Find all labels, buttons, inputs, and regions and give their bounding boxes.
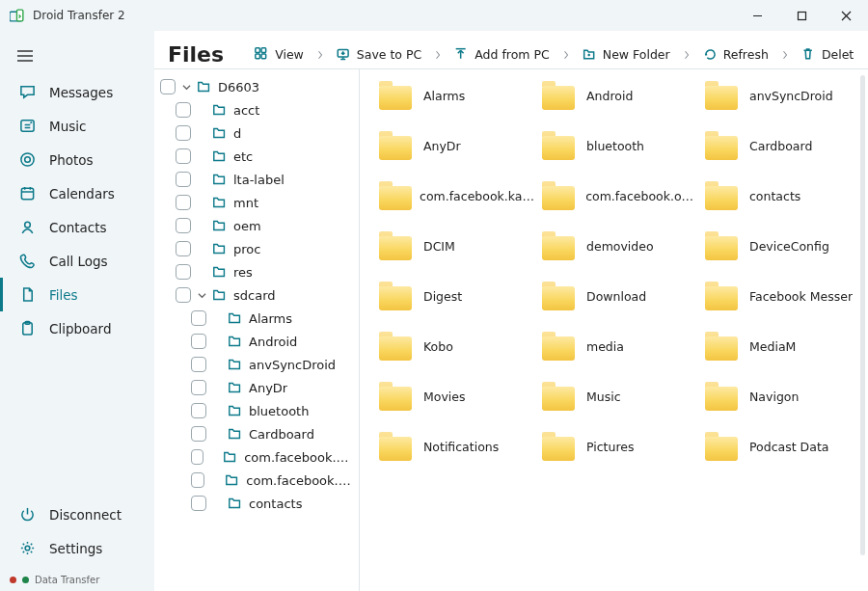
menu-toggle-button[interactable] — [0, 40, 154, 75]
add-from-pc-button[interactable]: Add from PC — [450, 42, 554, 67]
checkbox[interactable] — [191, 357, 206, 372]
new-folder-button[interactable]: New Folder — [579, 42, 674, 67]
checkbox[interactable] — [176, 287, 191, 303]
close-button[interactable] — [824, 0, 868, 31]
checkbox[interactable] — [176, 264, 191, 280]
folder-item[interactable]: Movies — [379, 382, 534, 411]
tree-row[interactable]: sdcard — [160, 283, 354, 307]
folder-item[interactable]: Facebook Messer — [705, 282, 860, 310]
tree-row[interactable]: proc — [160, 237, 354, 260]
save-to-pc-button[interactable]: Save to PC — [333, 42, 425, 67]
folder-item[interactable]: Download — [542, 282, 697, 310]
folder-icon — [542, 282, 575, 310]
sidebar-item-music[interactable]: Music — [0, 109, 154, 143]
folder-tree[interactable]: D6603acctdetclta-labelmntoemprocressdcar… — [154, 69, 359, 591]
folder-item[interactable]: Cardboard — [705, 131, 860, 160]
titlebar: Droid Transfer 2 — [0, 0, 868, 31]
folder-item[interactable]: com.facebook.katana — [379, 181, 534, 210]
folder-label: Digest — [423, 289, 462, 304]
delete-selection-button[interactable]: Delete Selection — [798, 42, 854, 67]
folder-outline-icon — [212, 264, 228, 280]
folder-item[interactable]: MediaM — [705, 332, 860, 361]
folder-item[interactable]: DeviceConfig — [705, 231, 860, 260]
maximize-button[interactable] — [779, 0, 824, 31]
folder-label: Download — [586, 289, 646, 304]
folder-item[interactable]: DCIM — [379, 231, 534, 260]
tree-row[interactable]: acct — [160, 98, 354, 121]
tree-row[interactable]: bluetooth — [160, 399, 354, 422]
tree-row[interactable]: D6603 — [160, 75, 354, 98]
sidebar-item-calendars[interactable]: Calendars — [0, 176, 154, 210]
folder-item[interactable]: Alarms — [379, 81, 534, 110]
folder-item[interactable]: demovideo — [542, 231, 697, 260]
sidebar-item-files[interactable]: Files — [0, 278, 154, 311]
folder-item[interactable]: Navigon — [705, 382, 860, 411]
sidebar-item-messages[interactable]: Messages — [0, 75, 154, 109]
folder-item[interactable]: Music — [542, 382, 697, 411]
tree-row[interactable]: com.facebook.katana — [160, 445, 354, 469]
folder-item[interactable]: anvSyncDroid — [705, 81, 860, 110]
folder-item[interactable]: com.facebook.orca — [542, 181, 697, 210]
folder-item[interactable]: Digest — [379, 282, 534, 310]
checkbox[interactable] — [191, 472, 204, 488]
folder-item[interactable]: bluetooth — [542, 131, 697, 160]
sidebar-item-photos[interactable]: Photos — [0, 143, 154, 176]
tree-row[interactable]: Cardboard — [160, 422, 354, 445]
tree-label: Android — [249, 335, 297, 349]
checkbox[interactable] — [176, 148, 191, 164]
sidebar-item-settings[interactable]: Settings — [0, 531, 154, 565]
tree-row[interactable]: Alarms — [160, 307, 354, 330]
folder-item[interactable]: Notifications — [379, 432, 534, 461]
checkbox[interactable] — [191, 403, 206, 418]
folder-icon — [705, 332, 738, 361]
page-title: Files — [168, 42, 224, 67]
tree-row[interactable]: com.facebook.orca — [160, 469, 354, 492]
nav-item-label: Disconnect — [49, 507, 122, 523]
tree-row[interactable]: AnyDr — [160, 376, 354, 399]
view-button[interactable]: View — [251, 42, 308, 67]
checkbox[interactable] — [191, 310, 206, 326]
tree-row[interactable]: res — [160, 260, 354, 283]
tree-row[interactable]: contacts — [160, 492, 354, 515]
tree-row[interactable]: mnt — [160, 191, 354, 214]
tree-row[interactable]: etc — [160, 145, 354, 168]
folder-grid-container[interactable]: AlarmsAndroidanvSyncDroidAnyDrbluetoothC… — [359, 69, 868, 591]
chevron-down-icon[interactable] — [181, 83, 191, 92]
checkbox[interactable] — [176, 102, 191, 118]
folder-label: MediaM — [749, 339, 796, 354]
folder-icon — [705, 131, 738, 160]
folder-item[interactable]: Pictures — [542, 432, 697, 461]
folder-item[interactable]: contacts — [705, 181, 860, 210]
checkbox[interactable] — [191, 380, 206, 395]
checkbox[interactable] — [176, 218, 191, 233]
window-controls — [735, 0, 868, 31]
tree-row[interactable]: oem — [160, 214, 354, 237]
checkbox[interactable] — [191, 426, 206, 442]
sidebar-item-contacts[interactable]: Contacts — [0, 210, 154, 244]
checkbox[interactable] — [176, 125, 191, 141]
sidebar-item-disconnect[interactable]: Disconnect — [0, 497, 154, 531]
folder-item[interactable]: Android — [542, 81, 697, 110]
checkbox[interactable] — [191, 496, 206, 511]
tree-row[interactable]: lta-label — [160, 168, 354, 191]
tree-row[interactable]: d — [160, 121, 354, 145]
checkbox[interactable] — [176, 172, 191, 187]
checkbox[interactable] — [191, 334, 206, 349]
checkbox[interactable] — [176, 241, 191, 256]
folder-item[interactable]: Kobo — [379, 332, 534, 361]
folder-item[interactable]: AnyDr — [379, 131, 534, 160]
toolbar-label: Add from PC — [475, 47, 550, 62]
chevron-down-icon[interactable] — [197, 291, 206, 300]
sidebar-item-call-logs[interactable]: Call Logs — [0, 244, 154, 278]
refresh-button[interactable]: Refresh — [699, 42, 773, 67]
svg-rect-15 — [798, 12, 805, 19]
folder-item[interactable]: media — [542, 332, 697, 361]
tree-row[interactable]: Android — [160, 330, 354, 353]
sidebar-item-clipboard[interactable]: Clipboard — [0, 311, 154, 345]
checkbox[interactable] — [160, 79, 176, 94]
tree-row[interactable]: anvSyncDroid — [160, 353, 354, 376]
minimize-button[interactable] — [735, 0, 779, 31]
checkbox[interactable] — [176, 195, 191, 210]
checkbox[interactable] — [191, 449, 203, 465]
folder-item[interactable]: Podcast Data — [705, 432, 860, 461]
